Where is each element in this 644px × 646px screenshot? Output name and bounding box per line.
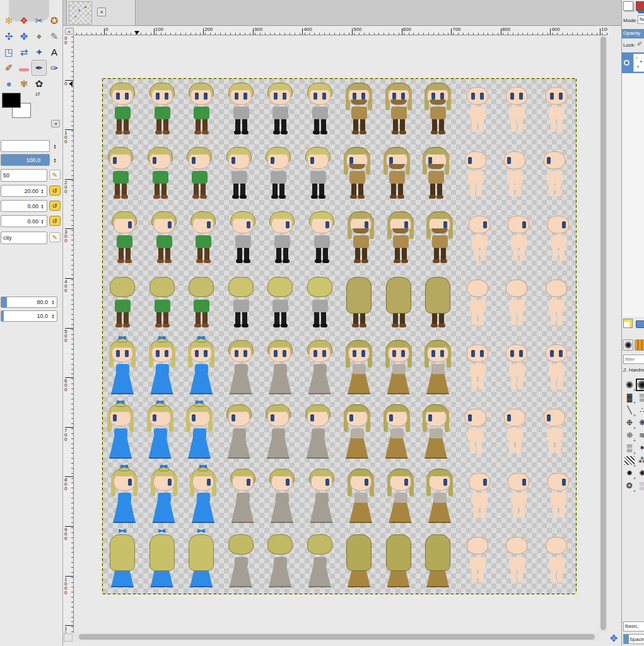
sprite-dress-left [221, 401, 261, 465]
v-ruler-label: 1 0 0 [64, 35, 67, 45]
new-layer-button[interactable] [623, 319, 633, 328]
opacity-slider[interactable]: 100.0 [1, 154, 50, 166]
flip-tool[interactable]: ⇄ [16, 44, 32, 60]
scissors-select-tool[interactable]: ✂ [32, 13, 47, 28]
rate-spinner[interactable]: ▲▼ [49, 297, 57, 308]
opacity-spinner[interactable]: ▲▼ [51, 154, 59, 166]
fuzzy-select-tool[interactable]: ✻ [1, 13, 16, 28]
layer-opacity-slider[interactable]: Opacity [622, 29, 644, 38]
brush-chalk[interactable]: ▓ [623, 391, 636, 404]
sprite-boy-right [261, 208, 300, 272]
vertical-ruler[interactable]: 1 0 001 0 02 0 03 0 04 0 05 0 06 0 07 0 … [63, 35, 74, 633]
sprite-dress-up [103, 529, 143, 594]
dodge-burn-tool[interactable]: ✿ [32, 76, 47, 91]
foreground-select-tool[interactable]: ✪ [47, 13, 62, 28]
layer-group-folder-button[interactable] [636, 320, 644, 328]
brush-specks[interactable]: ∴ [636, 404, 644, 416]
horizontal-ruler[interactable]: 01002003004005006007008009001000 [74, 26, 607, 35]
move-tool[interactable]: ✥ [16, 28, 32, 44]
patterns-tab-icon[interactable] [635, 339, 644, 351]
mode-combo[interactable] [1, 140, 50, 152]
dynamics-field[interactable]: city [1, 232, 47, 244]
layer-row[interactable] [622, 52, 644, 73]
sprite-sheet-layer[interactable] [103, 79, 576, 594]
brush-grain[interactable]: ░ [636, 479, 644, 492]
brush-tags-field[interactable]: Basic, [623, 621, 644, 631]
angle-spinner[interactable]: ▲▼ [38, 215, 46, 227]
brushes-tab-icon[interactable] [623, 339, 633, 351]
size-spinner[interactable]: ▲▼ [38, 185, 46, 197]
dynamics-edit-button[interactable]: ✎ [49, 232, 61, 242]
brush-hatch-lines[interactable] [623, 454, 636, 467]
aspect-spinner[interactable]: ▲▼ [38, 200, 46, 212]
collapse-arrow-button[interactable]: ◂ [51, 120, 60, 127]
v-ruler-label: 5 0 0 [64, 329, 67, 343]
layer-action-buttons [623, 319, 644, 328]
blur-sharpen-tool[interactable]: ● [1, 76, 16, 91]
flow-spinner[interactable]: ▲▼ [49, 310, 57, 322]
ink-tool[interactable]: ✑ [47, 60, 62, 76]
lock-pixels-icon[interactable]: ✐ [637, 40, 642, 47]
brush-edit-button[interactable]: ✎ [49, 170, 61, 180]
brush-cells[interactable]: ❉ [623, 416, 636, 429]
brush-field[interactable]: 50 [1, 169, 47, 182]
brush-filter-input[interactable] [623, 355, 644, 364]
horizontal-scrollbar[interactable] [74, 633, 599, 641]
brush-bristle[interactable]: ≋ [636, 429, 644, 442]
brush-smear[interactable]: ✶ [636, 442, 644, 454]
brush-sponge[interactable]: ❊ [623, 429, 636, 442]
select-by-color-tool[interactable]: ❖ [16, 13, 32, 28]
vertical-scrollbar[interactable] [599, 35, 607, 633]
measure-tool[interactable]: ✎ [47, 28, 62, 44]
brush-soft-selected[interactable] [636, 379, 644, 391]
aspect-reset-button[interactable]: ↺ [49, 201, 61, 211]
mode-dropdown[interactable]: Nor [638, 15, 644, 24]
brush-scatter[interactable]: ⁂ [636, 454, 644, 467]
align-tool[interactable]: ⌖ [32, 28, 47, 44]
spacing-slider[interactable]: Spacing [623, 634, 644, 644]
layer-mode-row: Mode: Nor [623, 17, 644, 23]
angle-reset-button[interactable]: ↺ [49, 216, 61, 226]
canvas-viewport[interactable] [74, 35, 599, 633]
sprite-boy-left [418, 143, 458, 208]
layer-visibility-eye-icon[interactable] [624, 60, 629, 66]
brush-splatter[interactable]: ❋ [636, 416, 644, 429]
sprite-dress-left [182, 401, 221, 465]
brush-texture[interactable]: ▒ [636, 391, 644, 404]
sprite-boy-up [379, 272, 419, 336]
brush-grunge[interactable]: ▒ [623, 442, 636, 454]
ruler-corner-menu-button[interactable]: ▸ [65, 28, 74, 35]
quick-mask-toggle-button[interactable] [64, 633, 73, 642]
image-tab[interactable]: ✕ [66, 0, 136, 26]
swap-colors-icon[interactable]: ⇄ [35, 91, 40, 97]
close-tab-icon[interactable]: ✕ [97, 8, 106, 16]
channels-tab-icon[interactable] [623, 1, 633, 11]
brush-chunk[interactable]: ✺ [636, 467, 644, 479]
sprite-dress-down [182, 336, 221, 401]
airbrush-tool[interactable]: ✒ [32, 60, 47, 76]
brush-blotch[interactable]: ✸ [623, 467, 636, 479]
mode-spinner[interactable]: ▲▼ [51, 140, 59, 152]
layers-tab-icon[interactable] [636, 1, 644, 11]
sprite-dress-down [418, 336, 458, 401]
brush-burst[interactable]: ❂ [623, 479, 636, 492]
cage-transform-tool[interactable]: ✦ [32, 44, 47, 60]
eraser-tool[interactable]: ▬ [16, 60, 32, 76]
brush-sliver[interactable]: ╲ [623, 404, 636, 416]
foreground-color-swatch[interactable] [2, 93, 21, 108]
crop-tool[interactable]: ◳ [1, 44, 16, 60]
vertical-scrollbar-thumb[interactable] [600, 37, 606, 630]
horizontal-scrollbar-thumb[interactable] [79, 634, 595, 640]
navigation-cross-icon[interactable]: ✥ [607, 632, 620, 645]
text-tool[interactable]: A [47, 44, 62, 60]
size-reset-button[interactable]: ↺ [49, 185, 61, 196]
paths-tool[interactable]: ✣ [1, 28, 16, 44]
sprite-nude-right [458, 465, 498, 529]
sprite-dress-down [221, 336, 261, 401]
layer-list-area[interactable] [622, 73, 644, 317]
sprite-boy-down [379, 79, 419, 143]
h-ruler-label: 100 [155, 26, 163, 32]
smudge-tool[interactable]: ✾ [16, 76, 32, 91]
paintbrush-tool[interactable]: ✐ [1, 60, 16, 76]
brush-soft-small[interactable] [623, 379, 636, 391]
